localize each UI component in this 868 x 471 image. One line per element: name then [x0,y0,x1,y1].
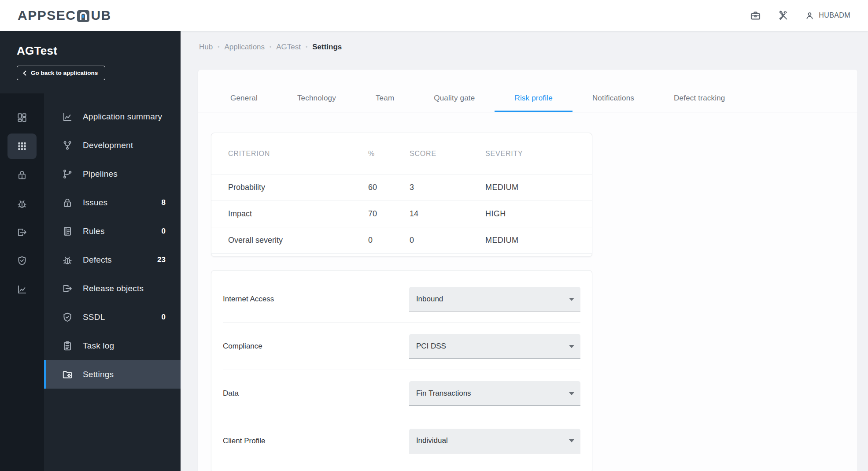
breadcrumb-separator: • [306,44,307,50]
settings-tabs: General Technology Team Quality gate Ris… [198,85,857,112]
column-header-criterion: CRITERION [228,150,368,158]
risk-criteria-table: CRITERION % SCORE SEVERITY Probability 6… [211,133,592,257]
compliance-select[interactable]: PCI DSS [409,334,580,359]
breadcrumb-item-agtest[interactable]: AGTest [276,43,301,52]
user-menu[interactable]: HUBADM [805,11,850,20]
sidebar-item-ssdl[interactable]: SSDL 0 [44,303,181,331]
sidebar-item-application-summary[interactable]: Application summary [44,102,181,131]
cell-criterion: Probability [228,183,368,192]
sidebar-item-task-log[interactable]: Task log [44,331,181,360]
tab-team[interactable]: Team [356,85,414,112]
rail-item-dashboard[interactable] [7,105,37,130]
go-back-to-applications-button[interactable]: Go back to applications [17,66,105,80]
cell-score: 3 [410,183,485,192]
select-value: Inbound [416,295,443,304]
sidebar-item-rules[interactable]: Rules 0 [44,217,181,245]
settings-panel: General Technology Team Quality gate Ris… [198,70,857,471]
go-back-label: Go back to applications [31,70,98,76]
form-row-data: Data Fin Transactions [223,370,580,417]
sidebar-item-release-objects[interactable]: Release objects [44,274,181,303]
risk-profile-form: Internet Access Inbound Compliance PCI D… [211,270,592,471]
column-header-severity: SEVERITY [485,150,575,158]
sidebar-item-label: Application summary [83,112,166,122]
table-row: Impact 70 14 HIGH [211,201,592,227]
cell-score: 0 [410,236,485,245]
sidebar-item-label: SSDL [83,312,162,322]
tab-technology[interactable]: Technology [277,85,356,112]
cell-percent: 70 [368,209,410,219]
breadcrumb-item-hub[interactable]: Hub [199,43,213,52]
rail-item-metrics[interactable] [7,277,37,302]
cell-criterion: Overall severity [228,236,368,245]
sidebar-item-issues[interactable]: Issues 8 [44,188,181,217]
client-profile-select[interactable]: Individual [409,429,580,453]
sidebar-menu: Application summary Development [44,93,181,471]
rules-count-badge: 0 [162,227,166,236]
select-value: PCI DSS [416,342,446,351]
select-value: Individual [416,436,448,445]
chevron-down-icon [569,345,574,348]
admin-tools-icon[interactable] [777,10,789,22]
rail-item-ssdl[interactable] [7,248,37,274]
rail-item-release-objects[interactable] [7,219,37,245]
line-chart-icon [62,111,73,122]
sidebar-item-development[interactable]: Development [44,131,181,159]
cell-percent: 0 [368,236,410,245]
sidebar-body: Application summary Development [0,93,181,471]
document-icon [62,226,73,237]
lock-alert-icon [16,169,28,181]
field-label: Internet Access [223,295,409,304]
chevron-down-icon [569,439,574,442]
merge-icon [62,140,73,151]
field-label: Data [223,389,409,398]
data-select[interactable]: Fin Transactions [409,381,580,406]
toolbox-icon[interactable] [750,10,761,22]
tab-general[interactable]: General [211,85,277,112]
cell-criterion: Impact [228,209,368,219]
issues-count-badge: 8 [162,198,166,207]
icon-rail [0,93,44,471]
logo-text-suffix: UB [91,8,111,23]
branch-icon [62,168,73,180]
app-logo: APPSEC UB [18,8,111,23]
cell-severity: MEDIUM [485,236,575,245]
internet-access-select[interactable]: Inbound [409,287,580,312]
tab-quality-gate[interactable]: Quality gate [414,85,495,112]
top-header: APPSEC UB [0,0,868,31]
rail-item-issues[interactable] [7,162,37,188]
table-row: Probability 60 3 MEDIUM [211,174,592,201]
sidebar-item-label: Release objects [83,284,166,293]
bug-icon [16,198,28,209]
sidebar-item-defects[interactable]: Defects 23 [44,245,181,274]
select-value: Fin Transactions [416,389,471,398]
sidebar-item-settings[interactable]: Settings [44,360,181,389]
ssdl-count-badge: 0 [162,313,166,322]
sidebar-item-label: Issues [83,198,162,208]
form-row-client-profile: Client Profile Individual [223,417,580,464]
chevron-down-icon [569,392,574,395]
tab-risk-profile[interactable]: Risk profile [495,85,572,112]
sidebar-item-label: Defects [83,255,157,265]
sidebar: AGTest Go back to applications [0,31,181,471]
tab-notifications[interactable]: Notifications [573,85,654,112]
analytics-icon [16,284,28,295]
release-icon [62,283,73,294]
column-header-percent: % [368,150,410,158]
rail-item-defects[interactable] [7,191,37,216]
table-header-row: CRITERION % SCORE SEVERITY [211,133,592,174]
logo-text-prefix: APPSEC [18,8,76,23]
table-row: Overall severity 0 0 MEDIUM [211,227,592,254]
sidebar-item-label: Rules [83,226,162,236]
sidebar-app-block: AGTest Go back to applications [0,31,181,93]
tab-defect-tracking[interactable]: Defect tracking [654,85,745,112]
sidebar-item-label: Settings [83,370,166,379]
sidebar-item-pipelines[interactable]: Pipelines [44,159,181,188]
breadcrumb-separator: • [218,44,219,50]
user-name: HUBADM [819,11,850,19]
header-actions: HUBADM [750,10,850,22]
rail-item-applications[interactable] [7,134,37,159]
dashboard-icon [16,112,28,123]
breadcrumb-item-applications[interactable]: Applications [224,43,265,52]
user-icon [805,11,814,20]
form-row-internet-access: Internet Access Inbound [223,276,580,323]
